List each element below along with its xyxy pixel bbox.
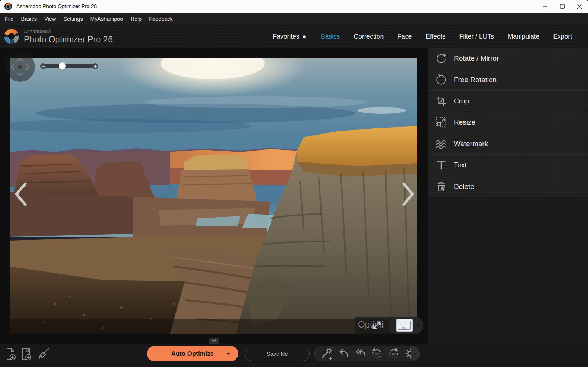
zoom-slider [40, 63, 98, 69]
panel-item-label: Free Rotation [454, 76, 497, 84]
header: Ashampoo® Photo Optimizer Pro 26 Favorit… [0, 25, 588, 48]
zoom-slider-thumb[interactable] [59, 62, 66, 70]
panel-item-text[interactable]: Text [428, 154, 588, 176]
panel-empty-area [428, 197, 588, 344]
previous-image-button[interactable] [13, 181, 29, 207]
menu-bar: File Basics View Settings MyAshampoo Hel… [0, 13, 588, 25]
app-logo-icon [4, 3, 12, 10]
panel-item-watermark[interactable]: Watermark [428, 133, 588, 154]
tab-manipulate[interactable]: Manipulate [508, 33, 540, 41]
add-folder-button[interactable] [20, 347, 33, 361]
panel-item-label: Text [454, 161, 467, 169]
svg-text:90°: 90° [391, 352, 396, 356]
close-icon [577, 4, 582, 9]
photo-canvas[interactable] [10, 58, 417, 334]
undo-icon [337, 347, 350, 360]
pan-arrows-icon [5, 52, 35, 82]
panel-item-label: Delete [454, 183, 474, 191]
expand-icon [369, 318, 384, 333]
crop-icon [435, 95, 448, 107]
watermark-icon [435, 138, 448, 150]
tab-favorites[interactable]: Favorites ★ [273, 33, 307, 41]
chevron-down-icon [414, 353, 417, 355]
tab-basics[interactable]: Basics [321, 33, 340, 41]
rotate-mirror-icon [435, 52, 448, 65]
minus-icon [42, 65, 45, 68]
pan-control[interactable] [5, 52, 35, 82]
compare-overlay: Optimi [355, 317, 423, 334]
tab-effects[interactable]: Effects [426, 33, 445, 41]
panel-item-label: Rotate / Mirror [454, 54, 499, 62]
minimize-button[interactable] [537, 0, 554, 13]
panel-item-delete[interactable]: Delete [428, 176, 588, 197]
view-mode-dropdown-icon[interactable] [416, 324, 420, 326]
tab-export[interactable]: Export [553, 33, 572, 41]
basics-tool-panel: Rotate / Mirror Free Rotation [428, 48, 588, 197]
menu-item-settings[interactable]: Settings [63, 16, 83, 22]
text-icon [435, 159, 448, 171]
chevron-left-icon [13, 181, 29, 207]
ashampoo-swirl-logo-icon [3, 28, 20, 45]
add-image-icon [4, 347, 17, 361]
product-title: Photo Optimizer Pro 26 [24, 35, 113, 44]
panel-item-crop[interactable]: Crop [428, 90, 588, 112]
bottom-toolbar: Auto Optimize Save file [0, 344, 588, 367]
menu-item-feedback[interactable]: Feedback [149, 16, 173, 22]
save-file-button[interactable]: Save file [245, 347, 310, 361]
zoom-out-button[interactable] [40, 63, 46, 69]
main-area: Optimi [0, 48, 588, 344]
chevron-right-icon [400, 181, 416, 207]
menu-item-view[interactable]: View [44, 16, 56, 22]
magic-wand-icon [320, 347, 333, 360]
tab-face[interactable]: Face [397, 33, 412, 41]
close-button[interactable] [571, 0, 588, 13]
window-title: Ashampoo Photo Optimizer Pro 26 [16, 3, 97, 9]
resize-icon [435, 116, 448, 129]
undo-all-icon [354, 347, 366, 360]
panel-item-free-rotation[interactable]: Free Rotation [428, 69, 588, 90]
enhance-wand-button[interactable] [320, 347, 333, 360]
thumbnail-strip-toggle[interactable] [209, 338, 219, 344]
plus-icon [94, 65, 97, 68]
panel-item-rotate-mirror[interactable]: Rotate / Mirror [428, 48, 588, 69]
clear-list-button[interactable] [37, 347, 50, 361]
panel-item-resize[interactable]: Resize [428, 112, 588, 133]
fullscreen-button[interactable] [369, 318, 384, 333]
brand-name: Ashampoo® [24, 29, 113, 34]
main-nav: Favorites ★ Basics Correction Face Effec… [273, 33, 588, 41]
rotate-left-90-icon: 90° [370, 347, 384, 360]
tool-group-dropdown[interactable] [411, 346, 420, 361]
maximize-icon [560, 4, 565, 9]
single-view-icon [398, 321, 411, 330]
tool-group: 90° 90° [314, 346, 420, 361]
zoom-slider-track[interactable] [43, 64, 95, 68]
undo-button[interactable] [337, 347, 350, 360]
add-image-button[interactable] [4, 347, 17, 361]
auto-optimize-button[interactable]: Auto Optimize [147, 346, 238, 361]
rotate-right-button[interactable]: 90° [387, 347, 400, 360]
menu-item-basics[interactable]: Basics [21, 16, 37, 22]
tab-filter-luts[interactable]: Filter / LUTs [459, 33, 494, 41]
free-rotation-icon [435, 74, 448, 86]
next-image-button[interactable] [400, 181, 416, 207]
trash-icon [435, 180, 448, 193]
photo-canyon-lake [10, 58, 417, 334]
menu-item-file[interactable]: File [5, 16, 13, 22]
minimize-icon [543, 4, 547, 9]
tab-correction[interactable]: Correction [354, 33, 384, 41]
panel-item-label: Resize [454, 118, 475, 126]
zoom-in-button[interactable] [92, 63, 98, 69]
title-bar: Ashampoo Photo Optimizer Pro 26 [0, 0, 588, 13]
app-window: Ashampoo Photo Optimizer Pro 26 File Bas… [0, 0, 588, 367]
auto-optimize-dropdown-icon[interactable] [227, 353, 230, 355]
maximize-button[interactable] [554, 0, 571, 13]
panel-item-label: Watermark [454, 140, 488, 148]
chevron-down-icon [212, 339, 216, 342]
undo-all-button[interactable] [353, 347, 367, 360]
menu-item-help[interactable]: Help [130, 16, 142, 22]
rotate-left-button[interactable]: 90° [370, 347, 384, 360]
menu-item-myashampoo[interactable]: MyAshampoo [90, 16, 123, 22]
panel-item-label: Crop [454, 97, 469, 105]
window-controls [537, 0, 588, 13]
view-mode-button[interactable] [396, 319, 413, 332]
